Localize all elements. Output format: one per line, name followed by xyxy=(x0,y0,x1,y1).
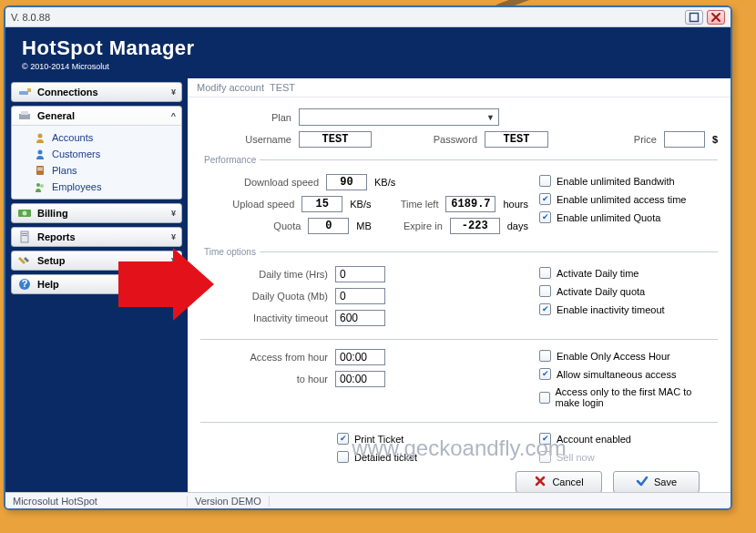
enable-unlimited-bandwidth-checkbox[interactable]: Enable unlimited Bandwith xyxy=(539,175,718,187)
sidebar-item-employees[interactable]: Employees xyxy=(30,179,178,195)
enable-unlimited-quota-checkbox[interactable]: Enable unlimited Quota xyxy=(539,211,718,223)
dl-speed-input[interactable] xyxy=(326,174,367,190)
daily-quota-input[interactable] xyxy=(335,288,385,304)
timeleft-input[interactable] xyxy=(445,196,495,212)
final-fieldset: Print Ticket Detailed ticket Account ena… xyxy=(200,422,718,469)
titlebar[interactable]: V. 8.0.88 xyxy=(5,7,730,27)
kbs-unit: KB/s xyxy=(350,199,371,210)
enable-access-hour-checkbox[interactable]: Enable Only Access Hour xyxy=(539,350,718,362)
account-enabled-checkbox[interactable]: Account enabled xyxy=(539,433,718,445)
inactivity-label: Inactivity timeout xyxy=(200,313,328,323)
content-panel: Modify account TEST Plan Username Passwo… xyxy=(188,78,730,492)
checkbox-icon xyxy=(539,193,551,205)
svg-point-13 xyxy=(23,211,27,216)
dl-speed-label: Download speed xyxy=(200,177,319,188)
sidebar-section-billing: Billing ¥ xyxy=(11,203,182,223)
sidebar-section-general: General ^ Accounts Customers Plans xyxy=(11,106,182,200)
checkbox-icon xyxy=(539,392,550,404)
close-button[interactable] xyxy=(707,10,725,25)
activate-daily-quota-checkbox[interactable]: Activate Daily quota xyxy=(539,285,718,297)
sidebar: Connections ¥ General ^ Accounts xyxy=(5,78,188,492)
app-title: HotSpot Manager xyxy=(22,36,714,60)
sell-now-checkbox: Sell now xyxy=(539,451,718,463)
sidebar-header-general[interactable]: General ^ xyxy=(12,107,181,125)
first-mac-checkbox[interactable]: Access only to the first MAC to make log… xyxy=(539,386,718,408)
save-button[interactable]: Save xyxy=(613,471,700,492)
people-icon xyxy=(34,180,46,193)
app-banner: HotSpot Manager © 2010-2014 Microsolut xyxy=(5,27,730,78)
printer-icon xyxy=(17,109,32,122)
svg-rect-8 xyxy=(37,168,43,169)
status-left: Microsolut HotSpot xyxy=(5,496,188,507)
plan-label: Plan xyxy=(237,112,291,123)
print-ticket-checkbox[interactable]: Print Ticket xyxy=(337,433,528,445)
sidebar-label: Setup xyxy=(37,255,66,266)
enable-unlimited-time-checkbox[interactable]: Enable unlimited access time xyxy=(539,193,718,205)
svg-rect-9 xyxy=(37,169,43,170)
expire-input[interactable] xyxy=(450,218,500,234)
access-fieldset: Access from hour to hour Enable Only Acc… xyxy=(200,339,718,415)
daily-time-input[interactable] xyxy=(335,266,385,282)
checkbox-icon xyxy=(539,433,551,445)
statusbar: Microsolut HotSpot Version DEMO xyxy=(5,492,730,508)
ul-speed-input[interactable] xyxy=(301,196,342,212)
sidebar-section-connections: Connections ¥ xyxy=(11,82,182,102)
sidebar-label: Billing xyxy=(37,208,68,219)
checkbox-icon xyxy=(337,451,349,463)
checkbox-icon xyxy=(539,211,551,223)
detailed-ticket-checkbox[interactable]: Detailed ticket xyxy=(337,451,528,463)
checkbox-icon xyxy=(539,285,551,297)
timeleft-label: Time left xyxy=(399,199,439,210)
status-right: Version DEMO xyxy=(188,496,270,507)
sidebar-label: Connections xyxy=(37,87,98,97)
kbs-unit: KB/s xyxy=(374,177,395,188)
mb-unit: MB xyxy=(356,220,372,231)
person-icon xyxy=(34,131,46,144)
plan-select[interactable] xyxy=(299,108,499,126)
connections-icon xyxy=(17,86,32,98)
activate-daily-time-checkbox[interactable]: Activate Daily time xyxy=(539,267,718,279)
cancel-icon xyxy=(534,475,547,489)
copyright-text: © 2010-2014 Microsolut xyxy=(22,62,714,71)
password-input[interactable] xyxy=(485,131,548,148)
quota-label: Quota xyxy=(200,220,301,231)
sidebar-item-label: Plans xyxy=(52,165,77,176)
svg-rect-16 xyxy=(22,235,27,236)
username-input[interactable] xyxy=(299,131,372,148)
quota-input[interactable] xyxy=(308,218,349,234)
to-hour-input[interactable] xyxy=(335,371,385,387)
sidebar-item-customers[interactable]: Customers xyxy=(30,146,178,162)
tools-icon xyxy=(17,254,32,267)
enable-inactivity-checkbox[interactable]: Enable inactivity timeout xyxy=(539,303,718,315)
sidebar-header-help[interactable]: ? Help ¥ xyxy=(12,275,181,293)
svg-text:?: ? xyxy=(22,278,28,289)
password-label: Password xyxy=(423,134,477,145)
checkbox-icon xyxy=(539,175,551,187)
inactivity-input[interactable] xyxy=(335,310,385,326)
chevron-down-icon: ¥ xyxy=(171,256,176,265)
svg-rect-2 xyxy=(27,88,31,92)
cancel-button[interactable]: Cancel xyxy=(516,471,602,492)
check-icon xyxy=(636,475,649,489)
sidebar-header-billing[interactable]: Billing ¥ xyxy=(12,204,181,222)
svg-point-5 xyxy=(38,134,43,138)
performance-legend: Performance xyxy=(200,155,260,165)
clipboard-icon xyxy=(34,164,46,177)
document-icon xyxy=(17,231,32,243)
sidebar-item-plans[interactable]: Plans xyxy=(30,162,178,179)
maximize-button[interactable] xyxy=(685,10,703,25)
sidebar-header-connections[interactable]: Connections ¥ xyxy=(12,83,181,101)
access-from-input[interactable] xyxy=(335,349,385,365)
svg-rect-4 xyxy=(21,111,28,115)
days-unit: days xyxy=(507,220,528,231)
allow-simultaneous-checkbox[interactable]: Allow simultaneous access xyxy=(539,368,718,380)
price-input[interactable] xyxy=(664,131,705,148)
sidebar-item-label: Employees xyxy=(52,181,101,192)
chevron-down-icon: ¥ xyxy=(171,209,176,218)
sidebar-header-reports[interactable]: Reports ¥ xyxy=(12,228,181,246)
sidebar-header-setup[interactable]: Setup ¥ xyxy=(12,251,181,270)
chevron-down-icon: ¥ xyxy=(171,280,176,289)
sidebar-item-accounts[interactable]: Accounts xyxy=(30,129,178,146)
checkbox-icon xyxy=(539,368,551,380)
svg-rect-0 xyxy=(690,13,699,21)
